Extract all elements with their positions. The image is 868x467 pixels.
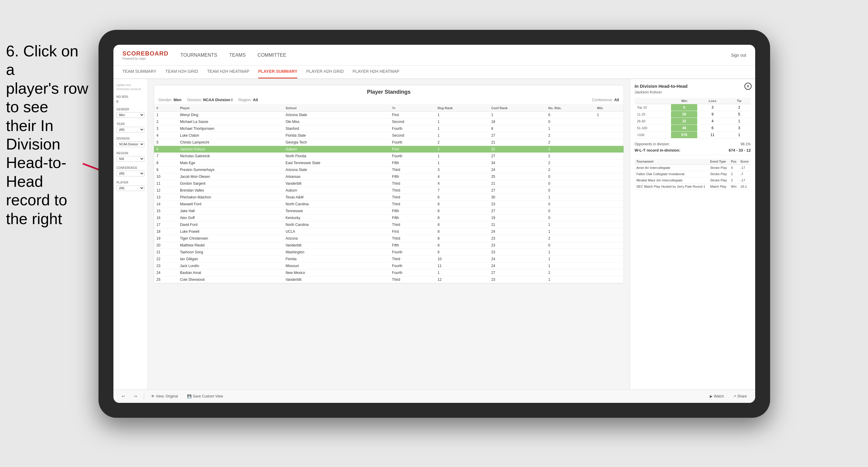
cell-conf: 23 (489, 242, 546, 249)
h2h-win: 22 (671, 118, 697, 125)
close-button[interactable]: ✕ (744, 83, 752, 90)
h2h-table-row: >100 578 11 1 (634, 132, 751, 138)
toolbar: ↩ ↪ 👁 View: Original 💾 Save Custom View … (114, 390, 755, 403)
t-col-tournament: Tournament (634, 159, 708, 165)
table-row[interactable]: 8 Mats Ege East Tennessee State Fifth 1 … (154, 160, 624, 166)
cell-player: David Ford (178, 221, 283, 228)
save-icon: 💾 (187, 394, 192, 398)
cell-school: Florida (283, 256, 390, 262)
h2h-win: 46 (671, 125, 697, 132)
cell-num: 17 (154, 221, 178, 228)
cell-conf: 23 (489, 249, 546, 256)
instruction-line4: Head-to-Head (6, 154, 66, 190)
cell-player: Phichaksn Maichon (178, 194, 283, 201)
gender-select[interactable]: Men (116, 112, 145, 118)
table-row[interactable]: 21 Taehoon Song Washington Fourth 6 23 1 (154, 249, 624, 256)
table-row[interactable]: 15 Jake Hall Tennessee Fifth 8 27 0 (154, 208, 624, 215)
cell-num: 14 (154, 201, 178, 208)
cell-conf: 24 (489, 228, 546, 235)
cell-rds: 0 (546, 208, 595, 215)
region-select[interactable]: N/A (116, 156, 145, 162)
h2h-loss: 9 (697, 111, 728, 118)
table-row[interactable]: 23 Jack Lundin Missouri Fourth 11 24 1 (154, 262, 624, 270)
view-original-button[interactable]: 👁 View: Original (149, 393, 180, 400)
subnav-team-h2h-heatmap[interactable]: TEAM H2H HEATMAP (207, 66, 249, 79)
cell-player: Alex Goff (178, 215, 283, 221)
player-label: Player (116, 181, 145, 184)
table-row[interactable]: 2 Michael La Sasse Ole Miss Second 1 18 … (154, 119, 624, 125)
cell-num: 16 (154, 215, 178, 221)
filter-gender: Gender: Men (158, 98, 182, 102)
table-row[interactable]: 22 Ian Gilligan Florida Third 10 24 1 (154, 256, 624, 262)
table-row[interactable]: 6 Jackson Koivun Auburn First 1 31 1 (154, 146, 624, 153)
cell-num: 20 (154, 242, 178, 249)
table-row[interactable]: 25 Cole Sherwood Vanderbilt Third 12 23 … (154, 276, 624, 283)
table-row[interactable]: 20 Matthew Riedel Vanderbilt Fifth 8 23 … (154, 242, 624, 249)
redo-button[interactable]: ↪ (132, 393, 140, 400)
player-select[interactable]: (All) (116, 185, 145, 191)
table-row[interactable]: 1 Wenyi Ding Arizona State First 1 1 6 1 (154, 112, 624, 119)
cell-school: North Carolina (283, 221, 390, 228)
division-select[interactable]: NCAA Division I (116, 142, 145, 147)
cell-win (595, 256, 624, 262)
cell-player: Cole Sherwood (178, 276, 283, 283)
nav-committee[interactable]: COMMITTEE (257, 51, 286, 59)
gender-label: Gender (116, 108, 145, 111)
table-row[interactable]: 10 Jacob Moir-Olesen Arkansas Fifth 4 25… (154, 174, 624, 180)
cell-conf: 27 (489, 208, 546, 215)
cell-school: Auburn (283, 187, 390, 194)
table-row[interactable]: 14 Maxwell Ford North Carolina Third 8 2… (154, 201, 624, 208)
wlt-label: W-L-T record in-division: (634, 148, 681, 153)
table-row[interactable]: 17 David Ford North Carolina Third 8 21 … (154, 221, 624, 228)
tournament-row: Fallon Oak Collegiate Invitational Strok… (634, 171, 751, 177)
t-score: -17 (739, 177, 751, 184)
cell-num: 11 (154, 180, 178, 187)
subnav-player-summary[interactable]: PLAYER SUMMARY (258, 66, 297, 79)
table-row[interactable]: 11 Gordon Sargent Vanderbilt Third 4 21 … (154, 180, 624, 187)
table-row[interactable]: 5 Christo Lamprecht Georgia Tech Fourth … (154, 139, 624, 146)
cell-rds: 2 (546, 153, 595, 160)
nav-teams[interactable]: TEAMS (229, 51, 246, 59)
subnav-player-h2h-grid[interactable]: PLAYER H2H GRID (306, 66, 344, 79)
h2h-panel: ✕ In Division Head-to-Head Jackson Koivu… (630, 79, 755, 390)
subnav-team-summary[interactable]: TEAM SUMMARY (122, 66, 156, 79)
sign-out-button[interactable]: Sign out (731, 53, 746, 58)
year-select[interactable]: (All) (116, 127, 145, 132)
cell-win (595, 208, 624, 215)
table-row[interactable]: 9 Preston Summerhays Arizona State Third… (154, 166, 624, 174)
table-row[interactable]: 18 Luke Powell UCLA First 8 24 1 (154, 228, 624, 235)
table-row[interactable]: 16 Alex Goff Kentucky Fifth 8 19 0 (154, 215, 624, 221)
table-row[interactable]: 3 Michael Thorbjornsen Stanford Fourth 1… (154, 125, 624, 132)
cell-rds: 0 (546, 119, 595, 125)
table-row[interactable]: 19 Tiger Christensen Arizona Third 8 23 … (154, 235, 624, 242)
col-num: # (154, 105, 178, 112)
h2h-win: 20 (671, 111, 697, 118)
watch-button[interactable]: ▶ Watch (707, 393, 726, 400)
table-row[interactable]: 4 Luke Claton Florida State Second 1 27 … (154, 132, 624, 139)
cell-win (595, 221, 624, 228)
subnav-player-h2h-heatmap[interactable]: PLAYER H2H HEATMAP (352, 66, 399, 79)
standings-area: Player Standings Gender: Men Division: N… (148, 79, 630, 390)
table-row[interactable]: 7 Nicholas Gabrelcik North Florida Fourt… (154, 153, 624, 160)
cell-player: Taehoon Song (178, 249, 283, 256)
undo-button[interactable]: ↩ (119, 393, 127, 400)
cell-conf: 21 (489, 180, 546, 187)
share-button[interactable]: ↗ Share (731, 393, 749, 400)
view-original-label: View: Original (156, 394, 178, 398)
save-custom-button[interactable]: 💾 Save Custom View (185, 393, 225, 400)
cell-reg: 1 (435, 125, 489, 132)
nav-tournaments[interactable]: TOURNAMENTS (180, 51, 217, 59)
cell-win (595, 132, 624, 139)
col-reg-rank: Reg Rank (435, 105, 489, 112)
table-row[interactable]: 24 Bastian Amat New Mexico Fourth 1 27 2 (154, 270, 624, 276)
conference-select[interactable]: (All) (116, 171, 145, 176)
cell-conf: 1 (489, 112, 546, 119)
table-row[interactable]: 12 Brendan Valles Auburn Third 7 27 0 (154, 187, 624, 194)
cell-yr: Fifth (390, 215, 435, 221)
subnav-team-h2h-grid[interactable]: TEAM H2H GRID (165, 66, 198, 79)
table-row[interactable]: 13 Phichaksn Maichon Texas A&M Third 6 3… (154, 194, 624, 201)
h2h-tie: 3 (728, 125, 751, 132)
cell-reg: 4 (435, 180, 489, 187)
cell-reg: 1 (435, 146, 489, 153)
cell-win (595, 153, 624, 160)
